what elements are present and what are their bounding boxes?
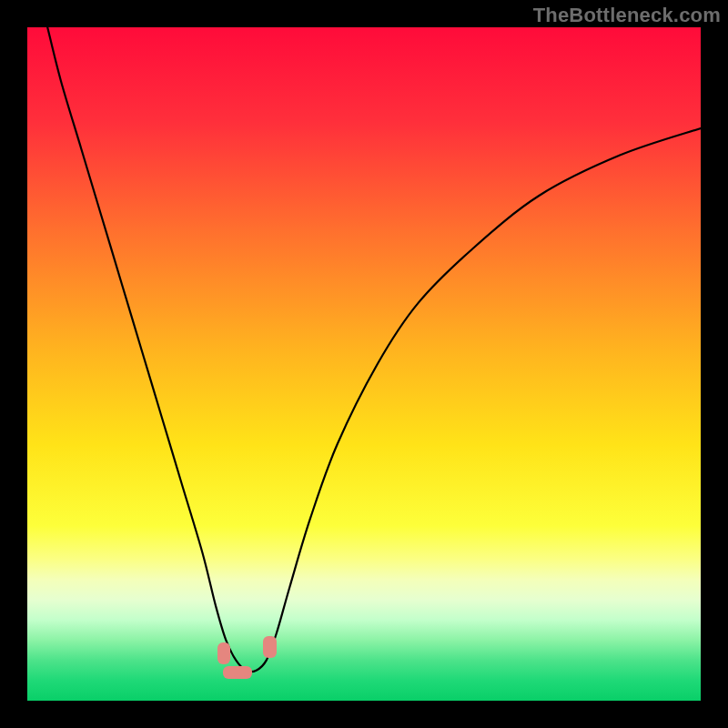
plot-area — [27, 27, 701, 701]
marker-right — [263, 636, 277, 658]
chart-stage: TheBottleneck.com — [0, 0, 728, 728]
watermark-text: TheBottleneck.com — [533, 4, 721, 27]
marker-left — [217, 642, 231, 664]
marker-floor — [223, 666, 252, 680]
bottleneck-curve — [47, 27, 701, 672]
curve-layer — [27, 27, 701, 701]
